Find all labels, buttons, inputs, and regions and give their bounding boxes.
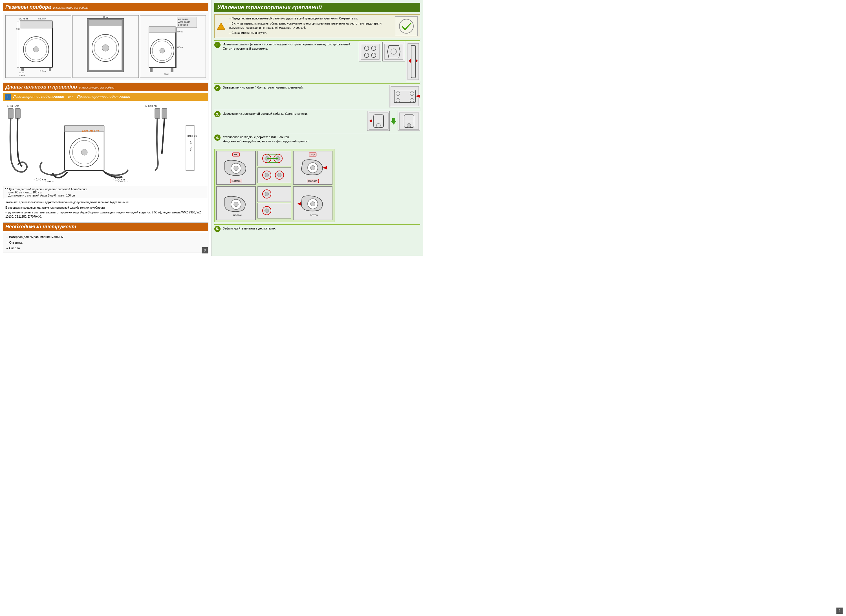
warning-text-block: – Перед первым включением обязательно уд… bbox=[229, 16, 393, 36]
svg-text:≈ 140 см: ≈ 140 см bbox=[115, 180, 128, 182]
warning-text-2: – В случае перевозки машины обязательно … bbox=[229, 21, 393, 30]
step-4-text: Установите накладки с держателями шланго… bbox=[223, 135, 308, 144]
step-divider-1 bbox=[214, 84, 420, 84]
svg-point-103 bbox=[278, 173, 281, 177]
or-label: или bbox=[68, 95, 73, 98]
svg-marker-118 bbox=[297, 202, 301, 205]
tool-item-1: – Ватерпас для выравнивания машины bbox=[6, 234, 205, 240]
step-4-img-5b: f bbox=[257, 203, 291, 219]
warning-text-3: – Сохраните винты и втулки. bbox=[229, 31, 393, 35]
step-1-number: 1. bbox=[214, 42, 220, 48]
svg-rect-47 bbox=[65, 125, 104, 132]
svg-marker-86 bbox=[391, 118, 397, 125]
step-4-images-block: Top Bottom bbox=[214, 149, 335, 222]
dimensions-subtitle: в зависимости от модели bbox=[53, 6, 88, 9]
machine-diagram-2: 82 см bbox=[72, 15, 138, 78]
svg-text:≈ 130 см: ≈ 130 см bbox=[7, 104, 19, 108]
step-divider-0 bbox=[214, 40, 420, 41]
svg-text:WMZ 20440: WMZ 20440 bbox=[178, 21, 190, 23]
bottom-label-3: Bottom bbox=[307, 179, 319, 183]
svg-text:мин. * см: мин. * см bbox=[189, 141, 192, 151]
warning-box: ! – Перед первым включением обязательно … bbox=[214, 15, 420, 38]
checkmark-image bbox=[395, 16, 418, 36]
step-5-text: Зафиксируйте шланги в держателях. bbox=[223, 226, 420, 230]
step-4-img-6: BOTOM bbox=[293, 186, 332, 220]
svg-rect-13 bbox=[21, 67, 24, 71]
step-divider-3 bbox=[214, 133, 420, 133]
step-2-images bbox=[389, 85, 420, 107]
svg-point-32 bbox=[160, 48, 165, 53]
svg-point-46 bbox=[81, 149, 87, 155]
step-1-img-1 bbox=[359, 42, 381, 62]
dimensions-section: Размеры прибора в зависимости от модели … bbox=[3, 3, 209, 80]
svg-point-114 bbox=[265, 208, 269, 213]
step-4-row: 4. Установите накладки с держателями шла… bbox=[214, 135, 420, 222]
svg-text:5,5 см: 5,5 см bbox=[40, 70, 46, 72]
removal-header: Удаление транспортных креплений bbox=[214, 3, 420, 12]
step3-img2-svg bbox=[398, 112, 420, 130]
step4-img5b-svg: f bbox=[258, 204, 291, 218]
svg-text:54,4 см: 54,4 см bbox=[38, 18, 46, 20]
svg-text:≈ 90 см: ≈ 90 см bbox=[45, 180, 55, 182]
hose-subtitle: в зависимости от модели bbox=[79, 86, 115, 89]
dimensions-content: ок. 75 кг 59,8 см 54,4 см bbox=[3, 13, 208, 80]
step-5-number: 5. bbox=[214, 226, 220, 232]
step-4-img-2a bbox=[257, 151, 291, 166]
svg-point-7 bbox=[33, 47, 39, 52]
svg-rect-41 bbox=[15, 109, 20, 119]
step-1-img-2 bbox=[382, 42, 405, 62]
step-1-row: 1. Извлеките шланги (в зависимости от мо… bbox=[214, 42, 420, 81]
hose-note: * * Для стандартной модели и модели с си… bbox=[3, 186, 208, 199]
right-connection-label: Правостороннее подключение bbox=[77, 95, 130, 99]
tools-section: Необходимый инструмент – Ватерпас для вы… bbox=[3, 223, 209, 253]
svg-rect-23 bbox=[89, 20, 122, 26]
hose-header: Длины шлангов и проводов в зависимости о… bbox=[3, 83, 208, 91]
top-label-1: Top bbox=[232, 153, 240, 157]
hose-diagram-svg: ≈ 130 см ≈ 140 см ≈ 90 см ≈ 130 см bbox=[5, 103, 197, 182]
step-3-row: 3. Извлеките из держателей сетевой кабел… bbox=[214, 111, 420, 131]
step1-img1-svg bbox=[360, 43, 381, 61]
svg-marker-106 bbox=[323, 166, 327, 169]
svg-rect-50 bbox=[155, 109, 160, 119]
svg-text:5 см: 5 см bbox=[164, 73, 169, 75]
step-2-img-1 bbox=[389, 85, 420, 107]
step-4-img-3: Top Bottom bbox=[293, 151, 332, 185]
tools-title: Необходимый инструмент bbox=[5, 224, 76, 230]
svg-rect-36 bbox=[150, 67, 153, 72]
right-page: Удаление транспортных креплений ! – Пере… bbox=[212, 0, 423, 256]
step-5-row: 5. Зафиксируйте шланги в держателях. bbox=[214, 226, 420, 232]
warning-text-1: – Перед первым включением обязательно уд… bbox=[229, 16, 393, 21]
removal-title: Удаление транспортных креплений bbox=[217, 4, 322, 10]
svg-text:87 см: 87 см bbox=[178, 31, 183, 33]
svg-text:15 см: 15 см bbox=[19, 71, 25, 74]
svg-text:≈ 130 см: ≈ 130 см bbox=[145, 104, 157, 108]
hose-title: Длины шлангов и проводов bbox=[5, 84, 77, 90]
step-4-images-row2: BOTOM f f bbox=[216, 186, 332, 220]
svg-point-105 bbox=[310, 166, 315, 170]
svg-text:Z 7060X 0: Z 7060X 0 bbox=[178, 24, 188, 26]
step1-img3-svg bbox=[407, 43, 420, 81]
step-4-img-2b bbox=[257, 167, 291, 183]
svg-text:WZ 20440: WZ 20440 bbox=[178, 18, 188, 21]
usage-note-text: Указание: при использовании держателей ш… bbox=[5, 200, 206, 204]
tool-item-3: – Сверло bbox=[6, 246, 205, 251]
hose-connection-row: i Левостороннее подключение или Правосто… bbox=[3, 93, 208, 101]
machine-svg-3: WZ 20440 WMZ 20440 Z 7060X 0 87 см bbox=[147, 16, 198, 78]
machine-diagram-3: WZ 20440 WMZ 20440 Z 7060X 0 87 см bbox=[140, 15, 206, 78]
svg-point-108 bbox=[234, 202, 238, 207]
svg-text:BOTOM: BOTOM bbox=[233, 214, 242, 217]
top-label-3: Top bbox=[309, 153, 316, 157]
svg-rect-14 bbox=[49, 67, 51, 71]
green-arrow bbox=[391, 111, 397, 131]
green-arrow-svg bbox=[391, 117, 397, 125]
hose-section: Длины шлангов и проводов в зависимости о… bbox=[3, 83, 209, 220]
svg-text:BOTOM: BOTOM bbox=[310, 214, 319, 217]
left-connection-label: Левостороннее подключение bbox=[13, 95, 64, 99]
svg-point-92 bbox=[234, 166, 238, 170]
svg-text:87 см: 87 см bbox=[178, 46, 183, 48]
step-3-text: Извлеките из держателей сетевой кабель. … bbox=[223, 111, 365, 116]
tools-header: Необходимый инструмент bbox=[3, 223, 208, 231]
step-4-img-1: Top Bottom bbox=[216, 151, 256, 185]
step-3-img-2 bbox=[398, 111, 420, 131]
machine-diagram-1: ок. 75 кг 59,8 см 54,4 см bbox=[5, 15, 71, 78]
